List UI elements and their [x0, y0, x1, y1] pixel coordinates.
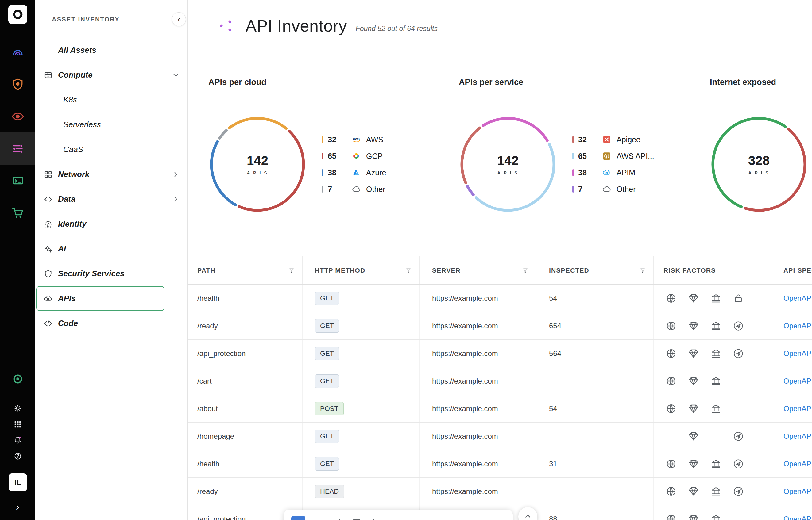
sidebar-item-code[interactable]: Code	[35, 311, 187, 336]
send-icon[interactable]	[733, 348, 744, 359]
bank-icon[interactable]	[710, 348, 721, 359]
sidebar-item-label: CaaS	[63, 145, 83, 154]
bank-icon[interactable]	[710, 514, 721, 520]
panel-collapse-button[interactable]: ‹	[172, 12, 186, 26]
spec-link[interactable]: OpenAPI	[784, 405, 812, 413]
sidebar-item-apis[interactable]: APIs	[36, 286, 165, 311]
sidebar-item-network[interactable]: Network	[35, 162, 187, 187]
filter-icon[interactable]	[639, 267, 646, 274]
page-button-active[interactable]: 1	[291, 516, 305, 520]
filter-icon[interactable]	[405, 267, 412, 274]
diamond-icon[interactable]	[688, 458, 699, 469]
spec-link[interactable]: OpenAPI	[784, 432, 812, 441]
filter-icon[interactable]	[288, 267, 295, 274]
user-avatar[interactable]: IL	[8, 473, 27, 491]
diamond-icon[interactable]	[688, 375, 699, 387]
diamond-icon[interactable]	[688, 320, 699, 332]
rail-item-help-icon[interactable]	[0, 448, 35, 464]
rail-item-apps-grid-icon[interactable]	[0, 416, 35, 432]
sidebar-item-identity[interactable]: Identity	[35, 212, 187, 236]
table-row[interactable]: /healthGEThttps://example.com54OpenAPI	[188, 285, 812, 312]
send-icon[interactable]	[733, 431, 744, 442]
column-header-risk-factors[interactable]: RISK FACTORS	[654, 256, 771, 284]
legend-item[interactable]: 38APIM	[572, 166, 654, 179]
settings-icon[interactable]	[369, 518, 379, 520]
rail-item-eye-icon[interactable]	[0, 100, 35, 132]
legend-item[interactable]: 7Other	[572, 183, 654, 196]
legend-item[interactable]: 65GCP	[322, 150, 386, 162]
rail-item-gear-icon[interactable]	[0, 400, 35, 416]
globe-icon[interactable]	[666, 486, 676, 497]
sidebar-item-serverless[interactable]: Serverless	[35, 112, 187, 137]
sidebar-item-security-services[interactable]: Security Services	[35, 261, 187, 286]
sidebar-item-compute[interactable]: Compute	[35, 62, 187, 87]
legend-item[interactable]: 7Other	[322, 183, 386, 196]
spec-link[interactable]: OpenAPI	[784, 377, 812, 385]
bank-icon[interactable]	[710, 458, 721, 469]
rail-item-shield-icon[interactable]	[0, 68, 35, 100]
rail-item-api-icon[interactable]	[0, 132, 35, 165]
column-header-api-spec[interactable]: API SPEC	[771, 256, 812, 284]
filter-icon[interactable]	[522, 267, 529, 274]
bank-icon[interactable]	[710, 320, 721, 332]
cell-path: /api_protection	[197, 349, 246, 358]
send-icon[interactable]	[733, 458, 744, 469]
table-row[interactable]: /aboutPOSThttps://example.com54OpenAPI	[188, 395, 812, 422]
legend-item[interactable]: 32Apigee	[572, 133, 654, 146]
bank-icon[interactable]	[710, 375, 721, 387]
globe-icon[interactable]	[666, 514, 676, 520]
send-icon[interactable]	[733, 320, 744, 332]
globe-icon[interactable]	[666, 458, 676, 469]
orca-logo[interactable]	[8, 5, 27, 24]
column-header-path[interactable]: PATH	[188, 256, 302, 284]
diamond-icon[interactable]	[688, 348, 699, 359]
rail-item-terminal-icon[interactable]	[0, 165, 35, 197]
spec-link[interactable]: OpenAPI	[784, 515, 812, 520]
column-header-server[interactable]: SERVER	[419, 256, 536, 284]
column-header-http-method[interactable]: HTTP METHOD	[302, 256, 419, 284]
diamond-icon[interactable]	[688, 293, 699, 304]
download-icon[interactable]	[334, 518, 345, 520]
expand-rail-button[interactable]: ›	[16, 500, 19, 513]
table-row[interactable]: /cartGEThttps://example.comOpenAPI	[188, 367, 812, 395]
table-row[interactable]: /healthGEThttps://example.com31OpenAPI	[188, 450, 812, 478]
legend-item[interactable]: 38Azure	[322, 166, 386, 179]
sidebar-item-k8s[interactable]: K8s	[35, 87, 187, 112]
globe-icon[interactable]	[666, 375, 676, 387]
lock-icon[interactable]	[733, 293, 744, 304]
bank-icon[interactable]	[710, 403, 721, 414]
legend-item[interactable]: 32awsAWS	[322, 133, 386, 146]
diamond-icon[interactable]	[688, 403, 699, 414]
spec-link[interactable]: OpenAPI	[784, 460, 812, 468]
globe-icon[interactable]	[666, 403, 676, 414]
table-row[interactable]: /homepageGEThttps://example.comOpenAPI	[188, 422, 812, 450]
table-row[interactable]: /readyGEThttps://example.com654OpenAPI	[188, 312, 812, 340]
globe-icon[interactable]	[666, 320, 676, 332]
sidebar-item-caas[interactable]: CaaS	[35, 137, 187, 162]
diamond-icon[interactable]	[688, 514, 699, 520]
bank-icon[interactable]	[710, 486, 721, 497]
column-header-inspected[interactable]: INSPECTED	[536, 256, 654, 284]
table-row[interactable]: /readyHEADhttps://example.comOpenAPI	[188, 478, 812, 505]
rail-item-cart-icon[interactable]	[0, 197, 35, 229]
send-icon[interactable]	[733, 486, 744, 497]
spec-link[interactable]: OpenAPI	[784, 349, 812, 358]
rail-item-bell-icon[interactable]	[0, 432, 35, 448]
rail-item-ring-icon[interactable]	[0, 370, 35, 388]
globe-icon[interactable]	[666, 348, 676, 359]
bank-icon[interactable]	[710, 293, 721, 304]
sidebar-item-all-assets[interactable]: All Assets	[35, 38, 187, 62]
table-row[interactable]: /api_protectionGEThttps://example.com564…	[188, 340, 812, 367]
spec-link[interactable]: OpenAPI	[784, 294, 812, 303]
globe-icon[interactable]	[666, 293, 676, 304]
legend-tick	[572, 169, 574, 176]
diamond-icon[interactable]	[688, 486, 699, 497]
sidebar-item-data[interactable]: Data	[35, 187, 187, 212]
legend-item[interactable]: 65AWS API...	[572, 150, 654, 162]
columns-icon[interactable]	[351, 518, 362, 520]
spec-link[interactable]: OpenAPI	[784, 322, 812, 330]
rail-item-radar-icon[interactable]	[0, 36, 35, 68]
spec-link[interactable]: OpenAPI	[784, 487, 812, 496]
sidebar-item-ai[interactable]: AI	[35, 236, 187, 261]
diamond-icon[interactable]	[688, 431, 699, 442]
